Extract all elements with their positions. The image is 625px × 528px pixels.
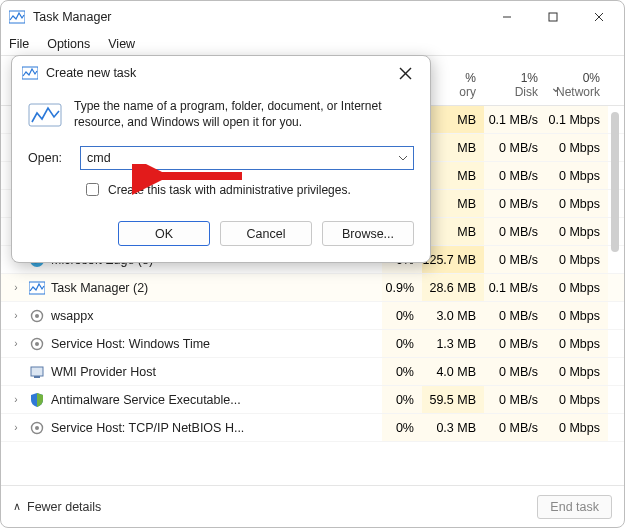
table-row[interactable]: ›Service Host: Windows Time0%1.3 MB0 MB/… [1,330,624,358]
vertical-scrollbar[interactable] [608,112,622,485]
open-label: Open: [28,151,70,165]
cancel-button[interactable]: Cancel [220,221,312,246]
disk-cell: 0 MB/s [484,246,546,273]
memory-cell: MB [422,218,484,245]
svg-point-8 [35,314,39,318]
minimize-button[interactable] [484,2,530,32]
memory-cell: MB [422,134,484,161]
task-manager-icon [9,9,25,25]
admin-privileges-label: Create this task with administrative pri… [108,183,351,197]
cpu-cell: 0% [382,330,422,357]
column-disk[interactable]: Disk [484,85,538,99]
disk-cell: 0 MB/s [484,218,546,245]
cpu-cell: 0% [382,358,422,385]
column-network[interactable]: Network [546,85,600,99]
memory-cell: MB [422,106,484,133]
disk-cell: 0 MB/s [484,330,546,357]
memory-cell: 28.6 MB [422,274,484,301]
process-name: WMI Provider Host [51,365,156,379]
disk-percent: 1% [484,71,538,85]
disk-cell: 0 MB/s [484,134,546,161]
table-row[interactable]: WMI Provider Host0%4.0 MB0 MB/s0 Mbps [1,358,624,386]
task-manager-window: Task Manager File Options View %ory 1%Di… [0,0,625,528]
network-cell: 0 Mbps [546,358,608,385]
cpu-cell: 0% [382,414,422,441]
table-row[interactable]: ›Antimalware Service Executable...0%59.5… [1,386,624,414]
network-percent: 0% [546,71,600,85]
memory-cell: 3.0 MB [422,302,484,329]
expand-chevron-icon[interactable]: › [9,422,23,433]
cpu-cell: 0.9% [382,274,422,301]
network-cell: 0 Mbps [546,414,608,441]
table-row[interactable]: ›Service Host: TCP/IP NetBIOS H...0%0.3 … [1,414,624,442]
network-cell: 0 Mbps [546,330,608,357]
gear-icon [29,308,45,324]
network-cell: 0.1 Mbps [546,106,608,133]
memory-cell: 4.0 MB [422,358,484,385]
network-cell: 0 Mbps [546,274,608,301]
process-name: wsappx [51,309,93,323]
maximize-button[interactable] [530,2,576,32]
close-button[interactable] [576,2,622,32]
memory-cell: 1.3 MB [422,330,484,357]
network-cell: 0 Mbps [546,134,608,161]
fewer-details-toggle[interactable]: ∧ Fewer details [13,500,101,514]
network-cell: 0 Mbps [546,218,608,245]
shield-icon [29,392,45,408]
menubar: File Options View [1,33,624,55]
expand-chevron-icon[interactable]: › [9,338,23,349]
svg-rect-11 [31,367,43,376]
memory-cell: 0.3 MB [422,414,484,441]
process-name: Service Host: TCP/IP NetBIOS H... [51,421,244,435]
table-row[interactable]: ›Task Manager (2)0.9%28.6 MB0.1 MB/s0 Mb… [1,274,624,302]
memory-cell: 59.5 MB [422,386,484,413]
footer: ∧ Fewer details End task [1,485,624,527]
gear-icon [29,336,45,352]
dialog-description: Type the name of a program, folder, docu… [74,98,414,130]
end-task-button[interactable]: End task [537,495,612,519]
process-name: Service Host: Windows Time [51,337,210,351]
run-icon [28,98,62,132]
open-dropdown-button[interactable] [394,148,412,168]
menu-options[interactable]: Options [47,37,90,51]
disk-cell: 0 MB/s [484,414,546,441]
menu-file[interactable]: File [9,37,29,51]
create-new-task-dialog: Create new task Type the name of a progr… [11,55,431,263]
process-name: Task Manager (2) [51,281,148,295]
open-input[interactable] [80,146,414,170]
disk-cell: 0.1 MB/s [484,274,546,301]
browse-button[interactable]: Browse... [322,221,414,246]
gear-icon [29,420,45,436]
svg-point-14 [35,426,39,430]
disk-cell: 0 MB/s [484,162,546,189]
memory-cell: MB [422,190,484,217]
dialog-close-button[interactable] [390,60,420,86]
dialog-title: Create new task [46,66,136,80]
expand-chevron-icon[interactable]: › [9,394,23,405]
disk-cell: 0.1 MB/s [484,106,546,133]
expand-chevron-icon[interactable]: › [9,282,23,293]
cpu-cell: 0% [382,386,422,413]
memory-cell: MB [422,162,484,189]
task-manager-icon [22,65,38,81]
menu-view[interactable]: View [108,37,135,51]
svg-point-10 [35,342,39,346]
network-cell: 0 Mbps [546,386,608,413]
memory-cell: 125.7 MB [422,246,484,273]
wmi-icon [29,364,45,380]
expand-chevron-icon[interactable]: › [9,310,23,321]
disk-cell: 0 MB/s [484,358,546,385]
svg-rect-12 [34,376,40,378]
table-row[interactable]: ›wsappx0%3.0 MB0 MB/s0 Mbps [1,302,624,330]
cpu-cell: 0% [382,302,422,329]
ok-button[interactable]: OK [118,221,210,246]
network-cell: 0 Mbps [546,162,608,189]
network-cell: 0 Mbps [546,246,608,273]
process-name: Antimalware Service Executable... [51,393,241,407]
disk-cell: 0 MB/s [484,302,546,329]
window-title: Task Manager [33,10,112,24]
tm-icon [29,280,45,296]
network-cell: 0 Mbps [546,190,608,217]
disk-cell: 0 MB/s [484,386,546,413]
admin-privileges-checkbox[interactable] [86,183,99,196]
